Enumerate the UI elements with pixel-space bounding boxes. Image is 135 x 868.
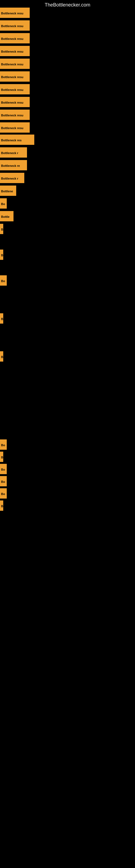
bar-item-24: Bo bbox=[0, 464, 7, 474]
bar-label-14: Bottlene bbox=[0, 186, 16, 196]
bar-item-13: Bottleneck r bbox=[0, 173, 24, 183]
bar-item-2: Bottleneck resu bbox=[0, 33, 30, 43]
bar-label-11: Bottleneck r bbox=[0, 147, 27, 158]
bar-label-7: Bottleneck resu bbox=[0, 97, 30, 107]
bar-item-17: B bbox=[0, 224, 3, 234]
bar-label-23: B bbox=[0, 452, 3, 462]
bar-item-8: Bottleneck resu bbox=[0, 110, 30, 120]
bar-item-15: Bo bbox=[0, 198, 7, 209]
bar-item-0: Bottleneck resu bbox=[0, 8, 30, 18]
bar-item-9: Bottleneck resu bbox=[0, 122, 30, 133]
bar-item-23: B bbox=[0, 452, 3, 462]
bar-item-16: Bottle bbox=[0, 211, 13, 221]
bar-label-10: Bottleneck res bbox=[0, 134, 34, 145]
bar-label-13: Bottleneck r bbox=[0, 173, 24, 183]
bar-item-14: Bottlene bbox=[0, 186, 16, 196]
bar-label-3: Bottleneck resu bbox=[0, 46, 30, 56]
bar-item-22: Bo bbox=[0, 439, 7, 450]
bar-label-9: Bottleneck resu bbox=[0, 122, 30, 133]
bar-label-0: Bottleneck resu bbox=[0, 8, 30, 18]
bar-item-4: Bottleneck resu bbox=[0, 59, 30, 69]
bar-item-11: Bottleneck r bbox=[0, 147, 27, 158]
bar-item-3: Bottleneck resu bbox=[0, 46, 30, 56]
bar-item-20: B bbox=[0, 313, 3, 323]
bar-label-18: B bbox=[0, 250, 3, 260]
bar-item-6: Bottleneck resu bbox=[0, 84, 30, 94]
bar-item-18: B bbox=[0, 250, 3, 260]
bar-item-1: Bottleneck resu bbox=[0, 20, 30, 31]
bar-label-15: Bo bbox=[0, 198, 7, 209]
bar-label-8: Bottleneck resu bbox=[0, 110, 30, 120]
bar-label-20: B bbox=[0, 313, 3, 323]
bar-item-5: Bottleneck resu bbox=[0, 71, 30, 82]
bar-label-21: B bbox=[0, 351, 3, 362]
bar-label-16: Bottle bbox=[0, 211, 13, 221]
bar-label-19: Bo bbox=[0, 275, 7, 286]
bar-item-21: B bbox=[0, 351, 3, 362]
bar-label-25: Bo bbox=[0, 476, 7, 486]
bar-item-26: Bo bbox=[0, 488, 7, 499]
bar-label-4: Bottleneck resu bbox=[0, 59, 30, 69]
bar-item-25: Bo bbox=[0, 476, 7, 486]
bar-item-19: Bo bbox=[0, 275, 7, 286]
bar-label-6: Bottleneck resu bbox=[0, 84, 30, 94]
bar-label-26: Bo bbox=[0, 488, 7, 499]
bar-label-24: Bo bbox=[0, 464, 7, 474]
bar-label-22: Bo bbox=[0, 439, 7, 450]
bar-item-7: Bottleneck resu bbox=[0, 97, 30, 107]
bar-label-12: Bottleneck re bbox=[0, 160, 27, 170]
bar-label-27: B bbox=[0, 500, 3, 511]
bar-label-17: B bbox=[0, 224, 3, 234]
bar-label-2: Bottleneck resu bbox=[0, 33, 30, 43]
bar-item-12: Bottleneck re bbox=[0, 160, 27, 170]
bar-item-27: B bbox=[0, 500, 3, 511]
bar-label-1: Bottleneck resu bbox=[0, 20, 30, 31]
bar-item-10: Bottleneck res bbox=[0, 134, 34, 145]
bar-label-5: Bottleneck resu bbox=[0, 71, 30, 82]
